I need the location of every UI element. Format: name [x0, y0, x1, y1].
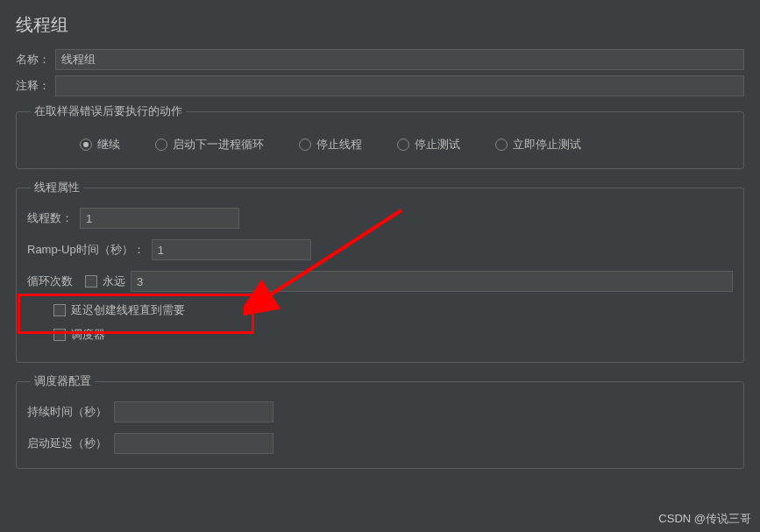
scheduler-label: 调度器 — [71, 327, 105, 343]
name-field[interactable] — [55, 49, 744, 70]
rampup-row: Ramp-Up时间（秒）： — [27, 239, 733, 260]
radio-label: 停止测试 — [415, 137, 460, 153]
watermark: CSDN @传说三哥 — [658, 511, 751, 527]
duration-field[interactable] — [114, 401, 273, 422]
thread-properties-group: 线程属性 线程数： Ramp-Up时间（秒）： 循环次数 永远 延迟创建线程直到… — [16, 180, 744, 363]
radio-label: 继续 — [97, 137, 120, 153]
radio-label: 立即停止测试 — [513, 137, 581, 153]
comment-field[interactable] — [55, 75, 744, 96]
loop-label: 循环次数 — [27, 273, 73, 289]
radio-icon — [80, 138, 92, 151]
comment-label: 注释： — [16, 78, 55, 94]
panel-title: 线程组 — [16, 13, 744, 37]
threads-label: 线程数： — [27, 210, 73, 226]
radio-row: 继续 启动下一进程循环 停止线程 停止测试 立即停止测试 — [27, 131, 733, 158]
error-action-group: 在取样器错误后要执行的动作 继续 启动下一进程循环 停止线程 停止测试 立即停止… — [16, 103, 744, 169]
forever-checkbox[interactable] — [85, 275, 97, 287]
thread-properties-legend: 线程属性 — [31, 180, 83, 195]
threads-field[interactable] — [80, 208, 239, 229]
scheduler-row[interactable]: 调度器 — [27, 327, 733, 343]
name-row: 名称： — [16, 49, 744, 70]
radio-continue[interactable]: 继续 — [80, 137, 120, 153]
startup-delay-row: 启动延迟（秒） — [27, 433, 733, 454]
radio-icon — [299, 138, 311, 151]
radio-stop-test-now[interactable]: 立即停止测试 — [495, 137, 581, 153]
rampup-label: Ramp-Up时间（秒）： — [27, 242, 145, 258]
threads-row: 线程数： — [27, 208, 733, 229]
startup-delay-field[interactable] — [114, 433, 273, 454]
radio-stop-thread[interactable]: 停止线程 — [299, 137, 362, 153]
error-action-legend: 在取样器错误后要执行的动作 — [31, 103, 186, 119]
radio-icon — [495, 138, 508, 151]
radio-stop-test[interactable]: 停止测试 — [397, 137, 460, 153]
comment-row: 注释： — [16, 75, 744, 96]
scheduler-config-legend: 调度器配置 — [31, 373, 95, 389]
startup-delay-label: 启动延迟（秒） — [27, 436, 107, 451]
radio-label: 启动下一进程循环 — [173, 137, 264, 153]
duration-row: 持续时间（秒） — [27, 401, 733, 422]
scheduler-checkbox[interactable] — [53, 329, 66, 341]
scheduler-config-group: 调度器配置 持续时间（秒） 启动延迟（秒） — [16, 373, 744, 469]
delay-create-label: 延迟创建线程直到需要 — [71, 302, 185, 318]
radio-label: 停止线程 — [316, 137, 362, 153]
delay-create-row[interactable]: 延迟创建线程直到需要 — [27, 302, 733, 318]
forever-label: 永远 — [103, 273, 125, 289]
delay-create-checkbox[interactable] — [53, 304, 66, 316]
rampup-field[interactable] — [152, 239, 311, 260]
radio-icon — [397, 138, 409, 151]
name-label: 名称： — [16, 52, 55, 67]
radio-icon — [155, 138, 167, 151]
loop-row: 循环次数 永远 — [27, 271, 733, 292]
radio-next-loop[interactable]: 启动下一进程循环 — [155, 137, 264, 153]
duration-label: 持续时间（秒） — [27, 404, 107, 420]
loop-count-field[interactable] — [131, 271, 733, 292]
